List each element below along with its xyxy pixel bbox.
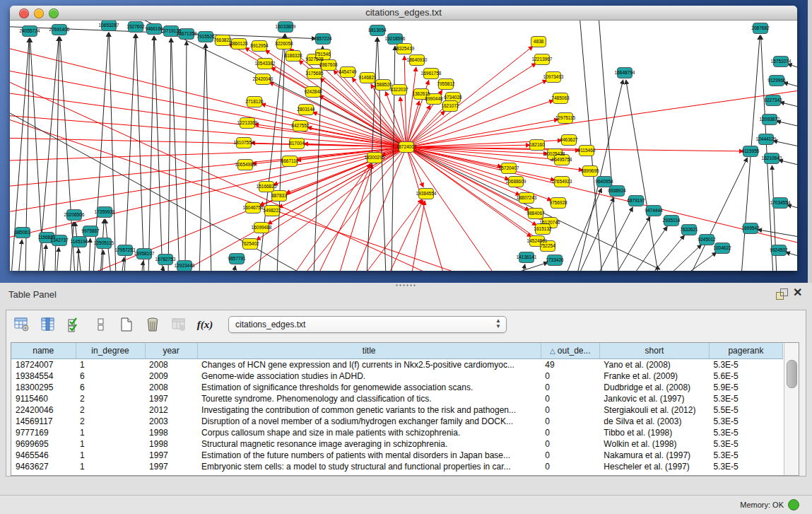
table-cell[interactable]: Changes of HCN gene expression and I(f) … bbox=[197, 359, 541, 371]
table-row[interactable]: 1456911722003Disruption of a novel membe… bbox=[11, 416, 783, 427]
table-cell[interactable]: Dudbridge et al. (2008) bbox=[599, 382, 709, 393]
table-cell[interactable]: Genome-wide association studies in ADHD. bbox=[197, 370, 541, 382]
table-cell[interactable]: 5.3E-5 bbox=[709, 427, 782, 438]
table-cell[interactable]: 9777169 bbox=[11, 427, 76, 438]
table-cell[interactable]: 5.3E-5 bbox=[709, 438, 782, 450]
table-cell[interactable]: 1 bbox=[76, 359, 145, 371]
table-cell[interactable]: 0 bbox=[541, 382, 599, 393]
table-cell[interactable]: 1 bbox=[76, 427, 145, 438]
table-cell[interactable]: 9699695 bbox=[11, 438, 76, 450]
table-cell[interactable]: 14569117 bbox=[11, 416, 76, 427]
table-cell[interactable]: 5.3E-5 bbox=[709, 461, 782, 472]
table-cell[interactable]: 6 bbox=[76, 382, 145, 393]
table-cell[interactable]: 0 bbox=[541, 427, 599, 438]
table-cell[interactable]: 49 bbox=[541, 359, 599, 371]
table-cell[interactable]: Disruption of a novel member of a sodium… bbox=[197, 416, 541, 427]
splitter-handle[interactable] bbox=[395, 284, 416, 287]
column-header-year[interactable]: year bbox=[145, 343, 197, 359]
table-cell[interactable]: 9115460 bbox=[11, 393, 76, 404]
table-cell[interactable]: 9463627 bbox=[11, 461, 76, 472]
table-cell[interactable]: 0 bbox=[541, 450, 599, 461]
table-cell[interactable]: Embryonic stem cells: a model to study s… bbox=[197, 461, 541, 472]
memory-status-indicator[interactable] bbox=[788, 499, 799, 510]
table-row[interactable]: 2242004622012Investigating the contribut… bbox=[11, 404, 783, 416]
table-cell[interactable]: 0 bbox=[541, 438, 599, 450]
table-cell[interactable]: 5.9E-5 bbox=[709, 382, 782, 393]
table-row[interactable]: 969969511998Structural magnetic resonanc… bbox=[11, 438, 783, 450]
table-cell[interactable]: Yano et al. (2008) bbox=[599, 359, 709, 371]
table-cell[interactable]: de Silva et al. (2003) bbox=[599, 416, 709, 427]
table-cell[interactable]: 1998 bbox=[145, 438, 197, 450]
table-cell[interactable]: 1997 bbox=[145, 393, 197, 404]
table-cell[interactable]: 5.3E-5 bbox=[709, 359, 782, 371]
table-cell[interactable]: 0 bbox=[541, 416, 599, 427]
table-cell[interactable]: 1 bbox=[76, 461, 145, 472]
trash-button[interactable] bbox=[142, 314, 163, 335]
table-row[interactable]: 946362711997Embryonic stem cells: a mode… bbox=[11, 461, 783, 472]
delete-table-button[interactable] bbox=[168, 314, 189, 335]
float-panel-button[interactable] bbox=[776, 288, 788, 300]
table-gear-button[interactable] bbox=[11, 314, 33, 335]
table-cell[interactable]: 1 bbox=[76, 438, 145, 450]
table-cell[interactable]: Hescheler et al. (1997) bbox=[599, 461, 709, 472]
column-header-short[interactable]: short bbox=[599, 343, 709, 359]
table-cell[interactable]: 1997 bbox=[145, 450, 197, 461]
table-cell[interactable]: 6 bbox=[76, 370, 145, 382]
network-window-titlebar[interactable]: citations_edges.txt bbox=[10, 6, 797, 21]
table-cell[interactable]: 2008 bbox=[145, 382, 197, 393]
table-cell[interactable]: Estimation of the future numbers of pati… bbox=[197, 450, 541, 461]
table-source-select[interactable]: citations_edges.txt ▲▼ bbox=[228, 316, 507, 333]
table-cell[interactable]: 2 bbox=[76, 416, 145, 427]
table-scrollbar[interactable] bbox=[784, 343, 799, 475]
table-cell[interactable]: 2008 bbox=[145, 359, 197, 371]
table-cell[interactable]: 5.6E-5 bbox=[709, 370, 782, 382]
column-header-title[interactable]: title bbox=[197, 343, 541, 359]
table-cell[interactable]: 0 bbox=[541, 370, 599, 382]
table-cell[interactable]: Jankovic et al. (1997) bbox=[599, 393, 709, 404]
table-cell[interactable]: 9465546 bbox=[11, 450, 76, 461]
function-builder-button[interactable]: f(x) bbox=[194, 314, 216, 335]
network-graph-canvas[interactable]: 2405572427691406106532871527602946616010… bbox=[10, 21, 797, 271]
table-cell[interactable]: 18724007 bbox=[11, 359, 76, 371]
table-cell[interactable]: 19384554 bbox=[11, 370, 76, 382]
table-cell[interactable]: Estimation of significance thresholds fo… bbox=[197, 382, 541, 393]
table-cell[interactable]: Investigating the contribution of common… bbox=[197, 404, 541, 416]
table-cell[interactable]: 0 bbox=[541, 393, 599, 404]
table-cell[interactable]: 2009 bbox=[145, 370, 197, 382]
table-cell[interactable]: 5.3E-5 bbox=[709, 450, 782, 461]
table-cell[interactable]: 2012 bbox=[145, 404, 197, 416]
new-document-button[interactable] bbox=[116, 314, 137, 335]
column-header-pagerank[interactable]: pagerank bbox=[709, 343, 782, 359]
table-cell[interactable]: 18300295 bbox=[11, 382, 76, 393]
table-cell[interactable]: Tibbo et al. (1998) bbox=[599, 427, 709, 438]
table-cell[interactable]: 1997 bbox=[145, 461, 197, 472]
table-row[interactable]: 911546021997Tourette syndrome. Phenomeno… bbox=[11, 393, 783, 404]
batch-check-button[interactable] bbox=[64, 314, 85, 335]
table-scrollbar-thumb[interactable] bbox=[787, 360, 797, 388]
column-header-out_degree[interactable]: △out_de... bbox=[541, 343, 599, 359]
table-cell[interactable]: Nakamura et al. (1997) bbox=[599, 450, 709, 461]
column-visibility-button[interactable] bbox=[37, 314, 59, 335]
table-cell[interactable]: 2 bbox=[76, 393, 145, 404]
table-cell[interactable]: 2003 bbox=[145, 416, 197, 427]
table-cell[interactable]: Franke et al. (2009) bbox=[599, 370, 709, 382]
close-panel-button[interactable]: ✕ bbox=[793, 286, 802, 299]
table-cell[interactable]: 5.3E-5 bbox=[709, 416, 782, 427]
table-cell[interactable]: 5.5E-5 bbox=[709, 404, 782, 416]
table-cell[interactable]: Stergiakouli et al. (2012) bbox=[599, 404, 709, 416]
table-cell[interactable]: Wolkin et al. (1998) bbox=[599, 438, 709, 450]
table-row[interactable]: 1830029562008Estimation of significance … bbox=[11, 382, 783, 393]
table-cell[interactable]: 0 bbox=[541, 404, 599, 416]
table-cell[interactable]: Corpus callosum shape and size in male p… bbox=[197, 427, 541, 438]
table-cell[interactable]: 1 bbox=[76, 450, 145, 461]
table-cell[interactable]: 5.3E-5 bbox=[709, 393, 782, 404]
table-cell[interactable]: 0 bbox=[541, 461, 599, 472]
table-cell[interactable]: 22420046 bbox=[11, 404, 76, 416]
column-header-in_degree[interactable]: in_degree bbox=[76, 343, 145, 359]
table-cell[interactable]: Structural magnetic resonance image aver… bbox=[197, 438, 541, 450]
column-header-name[interactable]: name bbox=[11, 343, 76, 359]
table-cell[interactable]: Tourette syndrome. Phenomenology and cla… bbox=[197, 393, 541, 404]
table-row[interactable]: 1938455462009Genome-wide association stu… bbox=[11, 370, 783, 382]
row-list-button[interactable] bbox=[90, 314, 111, 335]
table-row[interactable]: 946554611997Estimation of the future num… bbox=[11, 450, 783, 461]
